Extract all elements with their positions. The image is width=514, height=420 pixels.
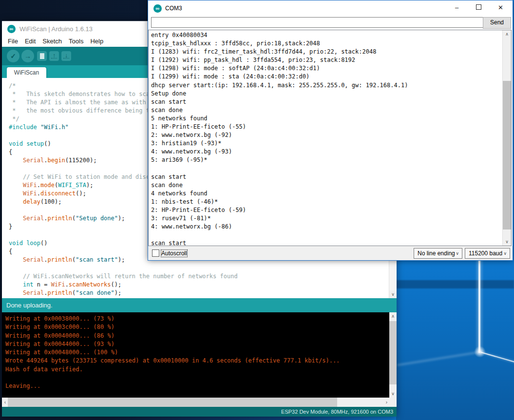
console-vertical-scrollbar[interactable]: ∧ ∨ [389, 312, 397, 398]
mline: I (1283) wifi: frc2_timer_task_hdl:3ffd7… [151, 48, 408, 56]
mline: scan done [151, 106, 408, 115]
chevron-down-icon: ∨ [456, 248, 459, 259]
verify-button[interactable]: ✓ [7, 50, 19, 62]
arrow-right-icon: → [24, 52, 31, 60]
arrow-up-icon: ↑ [53, 52, 56, 59]
mline [151, 231, 408, 239]
kline: Writing at 0x0003c000... (80 %) [5, 323, 340, 331]
wallpaper-light-beam-vertical [478, 257, 480, 353]
ide-horizontal-scrollbar[interactable]: ‹ › [2, 398, 397, 407]
mline: entry 0x40080034 [151, 31, 408, 39]
console-scroll-thumb[interactable] [389, 321, 397, 384]
menu-edit[interactable]: Edit [21, 36, 39, 45]
kline: Writing at 0x00048000... (100 %) [5, 348, 340, 357]
scroll-right-icon[interactable]: › [383, 398, 390, 407]
mline: 4 networks found [151, 190, 408, 198]
mline: dhcp server start:(ip: 192.168.4.1, mask… [151, 81, 408, 90]
arrow-down-icon: ↓ [65, 52, 68, 59]
wallpaper-light-beam-left [397, 351, 480, 366]
console-output: Writing at 0x00038000... (73 %)Writing a… [5, 315, 340, 390]
maximize-button[interactable] [468, 0, 490, 16]
scroll-down-icon[interactable]: ∨ [389, 390, 397, 398]
wallpaper-light-spot [474, 346, 486, 358]
serial-output: entry 0x40080034tcpip_task_hdlxxx : 3ffd… [151, 31, 408, 246]
code-line: int n = WiFi.scanNetworks(); [9, 281, 238, 289]
mline: scan done [151, 181, 408, 190]
close-button[interactable]: ✕ [490, 0, 512, 16]
code-line: Serial.println("scan done"); [9, 289, 238, 297]
save-button[interactable]: ↓ [61, 51, 71, 61]
maximize-icon [476, 4, 481, 10]
wallpaper-dark-band [396, 280, 514, 288]
autoscroll-checkbox[interactable] [152, 249, 159, 257]
mline: 5: ari369 (-95)* [151, 156, 408, 164]
kline [5, 374, 340, 382]
autoscroll-label[interactable]: Autoscroll [161, 250, 187, 257]
mline: I (1298) wifi: mode : softAP (24:0a:c4:0… [151, 64, 408, 73]
board-port-status: ESP32 Dev Module, 80MHz, 921600 on COM3 [281, 409, 393, 415]
monitor-titlebar[interactable]: ∞ COM3 – ✕ [148, 0, 513, 16]
menu-tools[interactable]: Tools [65, 36, 87, 45]
scroll-down-icon[interactable]: ∨ [389, 290, 397, 298]
menu-file[interactable]: File [4, 36, 21, 45]
mline: tcpip_task_hdlxxx : 3ffd58cc, prio:18,st… [151, 39, 408, 48]
close-icon: ✕ [498, 4, 503, 11]
line-ending-value: No line ending [418, 250, 455, 257]
mline: scan start [151, 239, 408, 246]
chevron-down-icon: ∨ [503, 248, 507, 259]
ide-console-area: Writing at 0x00038000... (73 %)Writing a… [2, 312, 397, 398]
scroll-down-icon[interactable]: ∨ [503, 238, 511, 246]
status-message: Done uploading. [6, 302, 53, 309]
monitor-input-row: Send [148, 16, 513, 30]
mline: 2: www.networx.bg (-92) [151, 131, 408, 139]
mline: I (1299) wifi: mode : sta (24:0a:c4:00:3… [151, 73, 408, 81]
code-line: // WiFi.scanNetworks will return the num… [9, 272, 238, 281]
mline: I (1292) wifi: pp_task_hdl : 3ffda554, p… [151, 56, 408, 64]
mline: 4: www.networx.bg (-93) [151, 148, 408, 156]
monitor-window-title: COM3 [165, 5, 182, 12]
kline: Hash of data verified. [5, 365, 340, 374]
mline: scan start [151, 98, 408, 106]
kline: Writing at 0x00040000... (86 %) [5, 332, 340, 340]
mline: 1: nbis-test (-46)* [151, 198, 408, 206]
monitor-vertical-scrollbar[interactable]: ∧ ∨ [502, 30, 511, 246]
minimize-button[interactable]: – [446, 0, 468, 16]
window-controls: – ✕ [446, 0, 512, 16]
mline: 4: www.networx.bg (-86) [151, 223, 408, 231]
serial-output-area[interactable]: entry 0x40080034tcpip_task_hdlxxx : 3ffd… [148, 30, 512, 246]
check-icon: ✓ [10, 52, 16, 60]
scroll-up-icon[interactable]: ∧ [389, 312, 397, 320]
line-ending-select[interactable]: No line ending ∨ [414, 248, 462, 259]
menu-sketch[interactable]: Sketch [39, 36, 65, 45]
document-icon [40, 53, 44, 59]
arduino-logo-icon: ∞ [153, 4, 162, 13]
hscroll-thumb[interactable] [8, 398, 337, 407]
upload-button[interactable]: → [21, 50, 34, 62]
scroll-up-icon[interactable]: ∧ [503, 30, 511, 38]
ide-status-bar: Done uploading. [2, 298, 397, 312]
ide-window-title: WiFiScan | Arduino 1.6.13 [19, 25, 93, 33]
monitor-scroll-thumb[interactable] [503, 81, 511, 229]
new-sketch-button[interactable] [37, 51, 47, 61]
monitor-bottom-bar: Autoscroll No line ending ∨ 115200 baud … [148, 246, 513, 260]
serial-monitor-window: ∞ COM3 – ✕ Send entry 0x40080034tcpip_ta… [148, 0, 513, 261]
kline: Wrote 449264 bytes (233715 compressed) a… [5, 357, 340, 365]
kline: Writing at 0x00044000... (93 %) [5, 340, 340, 348]
serial-input[interactable] [151, 17, 483, 28]
arduino-logo-icon: ∞ [7, 25, 16, 33]
menu-help[interactable]: Help [87, 36, 107, 45]
mline: 5 networks found [151, 115, 408, 123]
baud-rate-select[interactable]: 115200 baud ∨ [465, 248, 510, 259]
mline: 1: HP-Print-EE-ficeto (-55) [151, 123, 408, 131]
mline: Setup done [151, 90, 408, 98]
code-line [9, 264, 238, 272]
minimize-icon: – [455, 4, 458, 11]
tab-wifiscan[interactable]: WiFiScan [7, 67, 46, 78]
send-button[interactable]: Send [483, 17, 511, 29]
open-button[interactable]: ↑ [49, 51, 59, 61]
mline: 3: rusev71 (-81)* [151, 214, 408, 223]
mline: 2: HP-Print-EE-ficeto (-59) [151, 206, 408, 214]
mline: scan start [151, 173, 408, 181]
mline: 3: hristian19 (-93)* [151, 139, 408, 148]
mline [151, 165, 408, 173]
